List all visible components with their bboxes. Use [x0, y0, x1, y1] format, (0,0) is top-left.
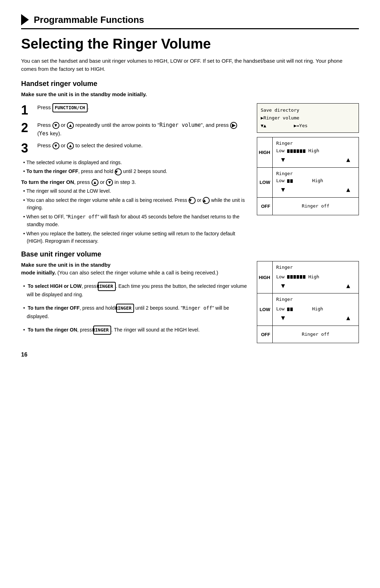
base-bar-4 [297, 275, 299, 279]
right-key-2: ▶ [230, 122, 237, 129]
base-low-label: LOW [257, 293, 273, 325]
base-bullet-1: To select HIGH or LOW, press RINGER. Eac… [21, 282, 250, 299]
ringer-bars-high: Low High [276, 147, 355, 155]
base-ringer-title-high: Ringer [276, 264, 355, 271]
bar-5 [300, 149, 302, 153]
low-arrows: ▼ ▲ [276, 185, 355, 195]
base-bar-2 [290, 275, 293, 279]
ringer-low-row: LOW Ringer Low High ▼ [257, 168, 359, 198]
or-text-4: or [197, 197, 201, 203]
bar-6 [303, 149, 305, 153]
base-section-heading: Base unit ringer volume [21, 250, 359, 258]
bar-4 [297, 149, 299, 153]
or-text-3: or [100, 179, 106, 185]
handset-standby-note: Make sure the unit is in the standby mod… [21, 91, 359, 99]
down-arrow-high: ▼ [281, 155, 285, 165]
bar-l2 [290, 179, 293, 183]
base-b2-bold: To turn the ringer OFF [28, 305, 80, 311]
base-ringer-high-row: HIGH Ringer Low [257, 261, 359, 293]
turn-on-bold: To turn the ringer ON [21, 179, 74, 185]
step-3-number: 3 [21, 141, 34, 155]
down-key-2: ▼ [52, 122, 59, 129]
step-1: 1 Press FUNCTION/CH. [21, 103, 250, 117]
high-arrows: ▼ ▲ [276, 155, 355, 165]
base-down-arrow-high: ▼ [281, 281, 285, 291]
arrow-icon [21, 14, 29, 25]
base-bar-3 [293, 275, 296, 279]
up-key-2: ▲ [67, 122, 74, 129]
bar-2 [290, 149, 293, 153]
base-ringer-low-row: LOW Ringer Low High [257, 293, 359, 326]
base-bar-5 [300, 275, 302, 279]
bullet-1: The selected volume is displayed and rin… [21, 159, 250, 167]
ringer-off-text: Ringer off [302, 203, 329, 209]
handset-section: Handset ringer volume Make sure the unit… [21, 80, 359, 247]
base-low-content: Ringer Low High ▼ ▲ [273, 293, 359, 325]
base-standby-note: Make sure the unit is in the standby mod… [21, 261, 250, 277]
off-label: OFF [257, 198, 273, 215]
bar-3 [293, 149, 296, 153]
base-low-arrows: ▼ ▲ [276, 313, 355, 323]
base-bars-high [287, 275, 305, 279]
lcd-line-2: ▶Ringer volume [261, 114, 355, 122]
turn-on-note: To turn the ringer ON, press ▲ or ▼ in s… [21, 179, 250, 186]
handset-ringer-diagram: HIGH Ringer Low [257, 137, 359, 215]
bullet-2: To turn the ringer OFF, press and hold ▼… [21, 168, 250, 175]
lcd-line-3: ▼▲ ▶=Yes [261, 122, 355, 130]
off-content: Ringer off [273, 198, 359, 215]
base-b3-bold: To turn the ringer ON [28, 327, 77, 333]
handset-diagram-column: Save directory ▶Ringer volume ▼▲ ▶=Yes H… [257, 103, 359, 215]
ringer-title-low: Ringer [276, 170, 355, 178]
ringer-key-1: RINGER [98, 282, 116, 291]
step-2-text: Press ▼ or ▲ repeatedly until the arrow … [37, 121, 250, 138]
base-bar-1 [287, 275, 290, 279]
intro-paragraph: You can set the handset and base unit ri… [21, 57, 359, 73]
base-bar-l2 [290, 308, 293, 311]
lcd-line-1: Save directory [261, 106, 355, 114]
base-high-label: HIGH [257, 261, 273, 293]
base-high-arrows: ▼ ▲ [276, 281, 355, 291]
down-key-3: ▼ [52, 142, 59, 149]
page-title: Selecting the Ringer Volume [21, 36, 359, 52]
ringer-key-3: RINGER [93, 326, 111, 335]
base-off-content: Ringer off [273, 326, 359, 343]
bullet-5: When set to OFF, "Ringer off" will flash… [21, 213, 250, 228]
down-key-hold: ▼ [115, 168, 122, 175]
function-ch-key: FUNCTION/CH [52, 103, 88, 112]
base-ringer-title-low: Ringer [276, 296, 355, 303]
bar-1 [287, 149, 290, 153]
base-b1-bold: To select HIGH or LOW [28, 283, 82, 289]
base-bullet-2: To turn the ringer OFF, press and hold R… [21, 304, 250, 321]
high-content: Ringer Low High [273, 137, 359, 167]
base-high-content: Ringer Low H [273, 261, 359, 293]
down-key-on: ▼ [106, 179, 113, 186]
base-section: Base unit ringer volume Make sure the un… [21, 250, 359, 343]
base-up-arrow-low: ▲ [346, 313, 350, 323]
base-bullet-3: To turn the ringer ON, press RINGER. The… [21, 326, 250, 335]
bullet-4: You can also select the ringer volume wh… [21, 197, 250, 212]
yes-key-text: Yes [39, 130, 49, 137]
bars-low [287, 179, 293, 183]
handset-section-heading: Handset ringer volume [21, 80, 359, 88]
down-arrow-low: ▼ [281, 185, 285, 195]
low-content: Ringer Low High ▼ ▲ [273, 168, 359, 197]
ringer-volume-text: Ringer volume [159, 122, 201, 128]
up-key-on: ▲ [91, 179, 99, 186]
ringer-off-row: OFF Ringer off [257, 198, 359, 215]
high-label: HIGH [257, 137, 273, 167]
bullet-3: The ringer will sound at the LOW level. [21, 187, 250, 195]
steps-column: 1 Press FUNCTION/CH. 2 Press ▼ or ▲ repe… [21, 103, 250, 247]
bars-high [287, 149, 305, 153]
up-arrow-high: ▲ [346, 155, 350, 165]
ringer-high-row: HIGH Ringer Low [257, 137, 359, 167]
page-number: 16 [21, 352, 359, 358]
base-bar-l1 [287, 308, 290, 311]
step-1-number: 1 [21, 103, 34, 117]
section-header: Programmable Functions [21, 14, 359, 29]
step-1-text: Press FUNCTION/CH. [37, 103, 250, 112]
handset-steps-area: 1 Press FUNCTION/CH. 2 Press ▼ or ▲ repe… [21, 103, 359, 247]
base-off-label: OFF [257, 326, 273, 343]
or-text-1: or [61, 122, 67, 128]
base-steps-column: Make sure the unit is in the standby mod… [21, 261, 250, 336]
base-standby-extra: (You can also select the ringer volume w… [57, 270, 218, 276]
